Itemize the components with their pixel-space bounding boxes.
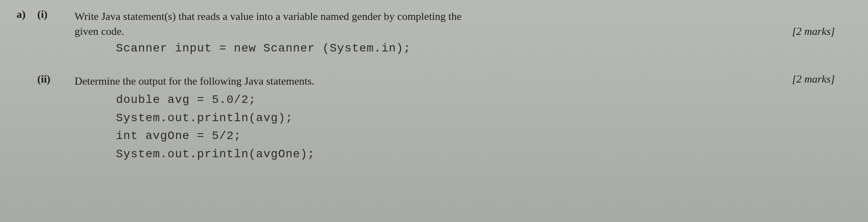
question-row-1: a) (i) Write Java statement(s) that read… [17, 8, 851, 24]
question-part-i: a) (i) Write Java statement(s) that read… [17, 8, 851, 57]
content-area-i: Write Java statement(s) that reads a val… [75, 8, 851, 24]
question-i-text-1: Write Java statement(s) that reads a val… [75, 8, 851, 24]
code-block-i: Scanner input = new Scanner (System.in); [116, 39, 851, 57]
code-line: Scanner input = new Scanner (System.in); [116, 39, 851, 57]
code-block-ii: double avg = 5.0/2; System.out.println(a… [116, 91, 851, 163]
question-ii-text: Determine the output for the following J… [75, 73, 776, 89]
question-i-text-2: given code. [75, 25, 776, 38]
marks-ii: [2 marks] [792, 73, 851, 85]
label-part-i: (i) [37, 8, 75, 21]
code-line: System.out.println(avg); [116, 109, 851, 127]
question-part-ii: (ii) Determine the output for the follow… [17, 73, 851, 163]
content-area-ii: Determine the output for the following J… [75, 73, 851, 89]
label-a: a) [17, 8, 37, 21]
question-row-1-cont: given code. [2 marks] [75, 25, 851, 38]
marks-i: [2 marks] [792, 25, 851, 38]
label-part-ii: (ii) [37, 73, 75, 85]
code-line: double avg = 5.0/2; [116, 91, 851, 109]
code-line: int avgOne = 5/2; [116, 127, 851, 145]
code-line: System.out.println(avgOne); [116, 145, 851, 163]
question-row-2: (ii) Determine the output for the follow… [17, 73, 851, 89]
